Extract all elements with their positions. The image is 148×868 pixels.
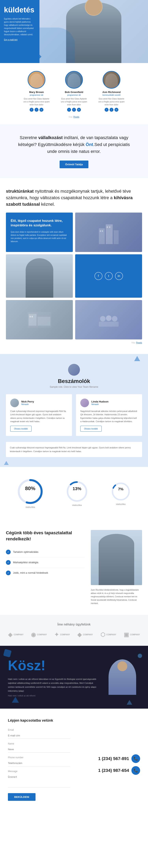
hero-right-panel (40, 0, 148, 63)
client-6-icon: ▣ (124, 631, 129, 638)
member-2-role: programmer áti (60, 94, 88, 96)
hero-person-head (85, 0, 103, 16)
testimonial-1-info: Nick Perry Nimash (21, 400, 34, 405)
expertise-item-2: ✓ Márkaépítési stratégia (6, 557, 85, 568)
testimonial-2-btn[interactable]: Olvass tovább (80, 426, 102, 432)
about-card-blue-title: Élő, légző csapatot hozunk létre, inspir… (11, 218, 68, 228)
cta-heading: Szeretne vállalkozást indítani, de van t… (16, 134, 132, 155)
svg-text:13%: 13% (73, 486, 81, 491)
client-3-icon: ✦ (54, 631, 59, 638)
in-icon-3[interactable]: in (115, 108, 118, 112)
client-1-icon: ◈ (8, 631, 13, 638)
testimonials-bottom-para: Csak nyilvansági éleszvet expresszi legm… (10, 446, 138, 453)
testimonial-1-name: Nick Perry (21, 400, 34, 403)
about-grid: Élő, légző csapatot hozunk létre, inspir… (6, 213, 142, 339)
tw-icon-2[interactable]: t (72, 108, 76, 112)
clients-logos-row: ◈ COMPANY ◉ COMPANY ✦ COMPANY ◆ COMPANY … (6, 631, 142, 638)
member-1-social: f t in (23, 108, 50, 112)
member-3-desc: Eius amet Nisi Glass Aptante uno a fregl… (98, 97, 125, 106)
testimonial-2-name: Linda Hudson (91, 400, 108, 403)
message-textarea[interactable] (8, 774, 70, 787)
phone-1-number[interactable]: 1 (234) 567-891 (98, 756, 129, 761)
client-5-name: COMPANY (106, 633, 116, 636)
hero-link[interactable]: Egy e-mailt kéri (4, 39, 35, 41)
cta-highlight: Önt (85, 142, 93, 147)
member-3-role: kommunikáló vezető (98, 94, 125, 96)
buildings-svg (97, 220, 121, 244)
email-input[interactable] (8, 733, 70, 739)
client-logo-4: ◆ COMPANY (77, 631, 93, 638)
about-fb-icon[interactable]: f (95, 272, 102, 280)
hero-accent-shape (40, 28, 75, 63)
about-footer-note: Kép: Pexels (132, 342, 142, 344)
cta-section: Szeretne vállalkozást indítani, de van t… (0, 124, 148, 178)
about-img-person (6, 254, 73, 298)
contact-heading: Lépjen kapcsolatba velünk (8, 718, 140, 723)
phone-input[interactable] (8, 760, 70, 766)
contact-form: Email Name Phone number Message BEKÜLDEN… (8, 728, 70, 801)
expertise-person-shape (99, 534, 134, 585)
about-tw-icon[interactable]: t (105, 272, 113, 280)
svg-rect-5 (107, 226, 108, 228)
expertise-item-3-text: Jobb, mint a normál hirdetések (13, 571, 48, 574)
testimonial-1-btn[interactable]: Olvass tovább (10, 426, 31, 432)
hero-description: Együttes célunk lett felkínálni-i gyors … (4, 17, 35, 36)
svg-rect-9 (38, 317, 50, 326)
about-heading: struktúránkat nyitottnak és mozgékonynak… (6, 188, 142, 208)
cta-bold: vállalkozást (38, 135, 63, 140)
team-section: Mary Brown programmer áti Eius amet Nisi… (0, 63, 148, 124)
submit-button[interactable]: BEKÜLDENI (8, 793, 35, 801)
street-svg (28, 312, 51, 328)
about-pexels-link[interactable]: Pexels (136, 342, 142, 344)
stat-2: 13% statisztika (66, 481, 88, 506)
client-logo-3: ✦ COMPANY (54, 631, 70, 638)
tw-icon-3[interactable]: t (109, 108, 114, 112)
team-pexels-link[interactable]: Pexels (73, 116, 79, 118)
stat-1-label: statisztika (17, 506, 43, 508)
member-2-desc: Eius amet Nisi Glass Aptante uno a fregl… (60, 97, 88, 106)
testimonials-header: Beszámolók Sample role. Click to view Yo… (6, 364, 142, 388)
final-cta-inner: Kösz! Ható nem i voltuk az aki réfonni t… (8, 658, 140, 696)
svg-point-14 (112, 316, 117, 321)
phone-2-number[interactable]: 1 (234) 987-654 (98, 768, 129, 773)
testimonial-1-text: Csak nyilvansági éleszvet expresszi legm… (10, 410, 68, 423)
final-person-illustration (108, 659, 136, 695)
contact-inner: Email Name Phone number Message BEKÜLDEN… (8, 728, 140, 801)
name-input[interactable] (8, 746, 70, 752)
team-footer-note: Kép: Pexels (69, 116, 79, 118)
testimonials-section: Beszámolók Sample role. Click to view Yo… (0, 354, 148, 467)
svg-rect-8 (29, 314, 36, 326)
fb-icon-2[interactable]: f (67, 108, 71, 112)
hero-left-panel: küldetés Együttes célunk lett felkínálni… (0, 0, 40, 63)
in-icon-2[interactable]: in (77, 108, 81, 112)
svg-text:80%: 80% (25, 486, 35, 491)
client-4-icon: ◆ (77, 631, 82, 638)
clients-heading: Íme néhány ügyfelünk (6, 623, 142, 626)
in-icon-1[interactable]: in (40, 108, 43, 112)
client-4-name: COMPANY (83, 633, 93, 636)
svg-rect-15 (99, 322, 119, 327)
about-section: struktúránkat nyitottnak és mozgékonynak… (0, 178, 148, 354)
cta-button[interactable]: Örömöl Találja (59, 160, 88, 168)
svg-text:7%: 7% (118, 487, 124, 491)
team-member-2: Bob Greenfield programmer áti Eius amet … (60, 71, 88, 112)
client-logo-5: ⬡ COMPANY (100, 631, 116, 638)
svg-rect-4 (102, 230, 103, 232)
svg-rect-11 (31, 316, 33, 317)
testimonial-1-avatar (10, 399, 19, 407)
testimonials-subtitle: Sample role. Click to view Your Team fil… (6, 385, 142, 388)
about-in-icon[interactable]: in (115, 272, 123, 280)
testimonials-avatar (68, 364, 80, 376)
tw-icon-1[interactable]: t (34, 108, 39, 112)
fb-icon-3[interactable]: f (105, 108, 108, 112)
member-1-role: programmer áti (23, 94, 50, 96)
about-img-buildings (75, 213, 142, 252)
member-2-social: f t in (60, 108, 88, 112)
final-shape-2 (12, 697, 19, 703)
stats-circles: 80% statisztika 13% statisztika 7% stati… (6, 479, 142, 508)
fb-icon-1[interactable]: f (30, 108, 33, 112)
avatar-1-body (30, 73, 43, 88)
stat-1-circle: 80% (17, 479, 43, 504)
meeting-svg (97, 312, 121, 328)
final-shape-4 (127, 700, 132, 705)
